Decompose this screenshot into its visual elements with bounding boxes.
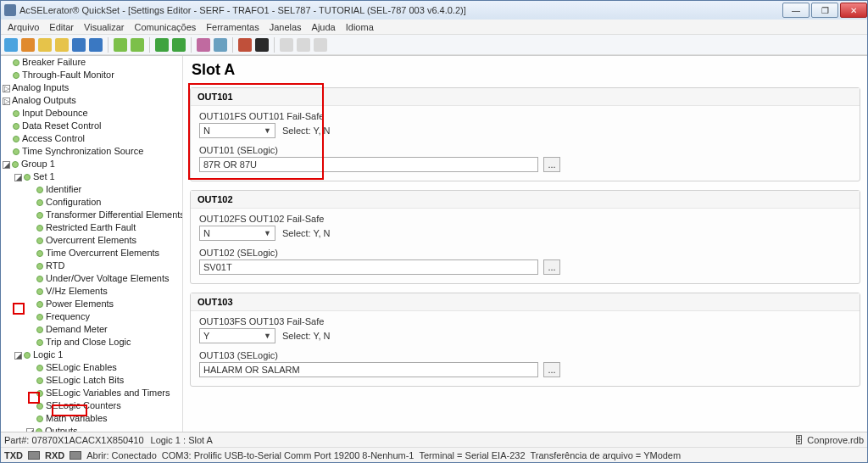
collapse-icon[interactable]: ◢ — [14, 174, 22, 181]
tree-set1[interactable]: Set 1 — [33, 171, 55, 181]
titlebar: AcSELerator® QuickSet - [Settings Editor… — [1, 1, 867, 20]
group-out103: OUT103 OUT103FS OUT103 Fail-Safe Y▼ Sele… — [190, 293, 860, 387]
tool-saveall-icon[interactable] — [89, 38, 103, 52]
tree-selogic-enables[interactable]: SELogic Enables — [46, 362, 117, 372]
tree-math-vars[interactable]: Math Variables — [46, 413, 108, 423]
out103fs-select[interactable]: Y▼ — [199, 328, 275, 343]
tree-access-control[interactable]: Access Control — [22, 133, 85, 143]
tree-configuration[interactable]: Configuration — [46, 197, 101, 207]
rxd-led-icon — [70, 451, 81, 460]
tool-open-icon[interactable] — [38, 38, 52, 52]
menu-idioma[interactable]: Idioma — [341, 22, 379, 32]
collapse-icon[interactable]: ◢ — [26, 428, 34, 432]
tool-meter-icon[interactable] — [197, 38, 210, 52]
collapse-icon[interactable]: ◢ — [14, 352, 22, 360]
tool-receive-icon[interactable] — [172, 38, 186, 52]
content-pane: Slot A OUT101 OUT101FS OUT101 Fail-Safe … — [183, 56, 867, 432]
out103-eq-builder-button[interactable]: ... — [543, 362, 560, 377]
tree-input-debounce[interactable]: Input Debounce — [22, 108, 88, 118]
tree-selogic-latch[interactable]: SELogic Latch Bits — [46, 375, 124, 385]
menu-arquivo[interactable]: Arquivo — [3, 22, 44, 32]
out101-eq-builder-button[interactable]: ... — [543, 157, 560, 172]
settings-tree[interactable]: Breaker Failure Through-Fault Monitor ▷A… — [1, 56, 183, 432]
tool-terminal-icon[interactable] — [255, 38, 269, 52]
tree-time-sync[interactable]: Time Synchronization Source — [22, 146, 143, 156]
tree-group1[interactable]: Group 1 — [21, 159, 55, 169]
menu-comunicacoes[interactable]: Comunicações — [130, 22, 202, 32]
tree-demand[interactable]: Demand Meter — [46, 324, 108, 334]
out102-eq-label: OUT102 (SELogic) — [199, 248, 851, 258]
expand-icon[interactable]: ▷ — [3, 85, 10, 92]
group-out102-header: OUT102 — [191, 191, 860, 209]
minimize-button[interactable]: — — [782, 3, 810, 18]
database-icon: 🗄 — [794, 435, 804, 445]
tree-selogic-counters[interactable]: SELogic Counters — [46, 400, 121, 410]
tree-through-fault[interactable]: Through-Fault Monitor — [22, 70, 114, 80]
collapse-icon[interactable]: ◢ — [3, 161, 10, 169]
app-icon — [4, 4, 16, 16]
menu-janelas[interactable]: Janelas — [264, 22, 307, 32]
group-out103-header: OUT103 — [191, 293, 860, 311]
toolbar — [1, 35, 867, 55]
status-terminal: Terminal = Serial EIA-232 — [420, 450, 526, 460]
chevron-down-icon: ▼ — [264, 126, 271, 135]
app-window: AcSELerator® QuickSet - [Settings Editor… — [0, 0, 868, 463]
tool-new-icon[interactable] — [21, 38, 35, 52]
tree-selogic-vars[interactable]: SELogic Variables and Timers — [46, 388, 170, 398]
menubar: Arquivo Editar Visualizar Comunicações F… — [1, 20, 867, 35]
tree-uv-ov[interactable]: Under/Over Voltage Elements — [46, 273, 170, 283]
menu-editar[interactable]: Editar — [44, 22, 79, 32]
tree-time-overcurrent[interactable]: Time Overcurrent Elements — [46, 248, 159, 258]
tree-identifier[interactable]: Identifier — [46, 184, 81, 194]
status-xfer: Transferência de arquivo = YModem — [531, 450, 682, 460]
menu-ajuda[interactable]: Ajuda — [307, 22, 341, 32]
maximize-button[interactable]: ❐ — [811, 3, 838, 18]
out103-eq-input[interactable]: HALARM OR SALARM — [199, 362, 538, 377]
tree-frequency[interactable]: Frequency — [46, 311, 90, 321]
tool-bell-icon[interactable] — [238, 38, 252, 52]
out102-eq-input[interactable]: SV01T — [199, 259, 538, 275]
close-button[interactable]: ✕ — [840, 3, 867, 18]
tool-relay-icon[interactable] — [214, 38, 227, 52]
tree-breaker-failure[interactable]: Breaker Failure — [22, 57, 86, 67]
tree-power[interactable]: Power Elements — [46, 298, 114, 309]
txd-led-icon — [28, 451, 40, 460]
tree-analog-inputs[interactable]: Analog Inputs — [12, 82, 69, 92]
tool-copy-icon[interactable] — [55, 38, 69, 52]
status-part: Part#: 07870X1ACACX1X850410 — [4, 435, 144, 445]
expand-icon[interactable]: ▷ — [3, 98, 10, 105]
status-port: COM3: Prolific USB-to-Serial Comm Port 1… — [162, 450, 415, 460]
tree-xfmr-diff[interactable]: Transformer Differential Elements — [46, 209, 183, 220]
tool-refresh-icon[interactable] — [4, 38, 18, 52]
tree-rtd[interactable]: RTD — [46, 260, 64, 271]
tool-export-icon[interactable] — [131, 38, 144, 52]
tool-import-icon[interactable] — [114, 38, 127, 52]
out101-eq-input[interactable]: 87R OR 87U — [199, 157, 538, 172]
tool-send-icon[interactable] — [155, 38, 169, 52]
status-rxd-label: RXD — [45, 450, 64, 460]
menu-ferramentas[interactable]: Ferramentas — [201, 22, 264, 32]
window-title: AcSELerator® QuickSet - [Settings Editor… — [19, 5, 781, 15]
tree-ref[interactable]: Restricted Earth Fault — [46, 222, 136, 232]
statusbar-bottom: TXD RXD Abrir: Conectado COM3: Prolific … — [1, 447, 867, 462]
status-file: Conprove.rdb — [807, 435, 864, 445]
chevron-down-icon: ▼ — [264, 229, 271, 237]
tree-trip-close[interactable]: Trip and Close Logic — [46, 337, 131, 347]
chevron-down-icon: ▼ — [264, 332, 271, 340]
out102fs-select[interactable]: N▼ — [199, 226, 275, 241]
tree-data-reset[interactable]: Data Reset Control — [22, 120, 102, 131]
tool-disabled1-icon — [280, 38, 293, 52]
statusbar-top: Part#: 07870X1ACACX1X850410 Logic 1 : Sl… — [1, 432, 867, 447]
tree-vhz[interactable]: V/Hz Elements — [46, 286, 108, 296]
tool-disabled2-icon — [297, 38, 310, 52]
status-logic: Logic 1 : Slot A — [151, 435, 213, 445]
menu-visualizar[interactable]: Visualizar — [79, 22, 130, 32]
tool-save-icon[interactable] — [72, 38, 86, 52]
tree-outputs[interactable]: Outputs — [45, 426, 78, 432]
group-out101: OUT101 OUT101FS OUT101 Fail-Safe N▼ Sele… — [190, 87, 860, 181]
tree-logic1[interactable]: Logic 1 — [33, 349, 63, 360]
tree-overcurrent[interactable]: Overcurrent Elements — [46, 235, 136, 245]
out102-eq-builder-button[interactable]: ... — [543, 259, 560, 275]
out101fs-select[interactable]: N▼ — [199, 123, 275, 138]
tree-analog-outputs[interactable]: Analog Outputs — [12, 95, 76, 105]
